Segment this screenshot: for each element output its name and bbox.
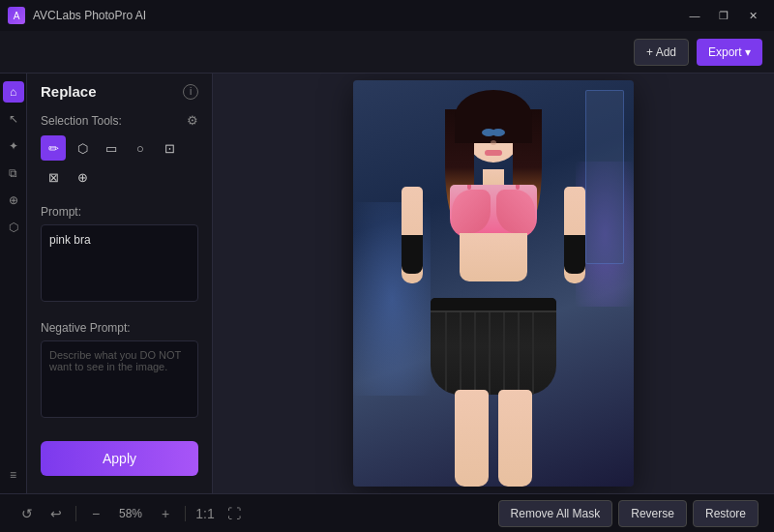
close-button[interactable]: ✕ [739,6,766,25]
zoom-in-button[interactable]: + [154,502,177,525]
rect-tool-button[interactable]: ▭ [99,135,124,161]
canvas-area[interactable] [213,74,774,493]
apply-button[interactable]: Apply [41,441,198,476]
brush-tool-button[interactable]: ✏ [41,135,66,161]
bottom-toolbar: ↺ ↩ − 58% + 1:1 ⛶ Remove All Mask Revers… [0,493,774,532]
minimize-button[interactable]: — [681,6,708,25]
segment-tool-button[interactable]: ⊠ [41,164,66,190]
undo-button[interactable]: ↩ [45,502,68,525]
remove-all-mask-button[interactable]: Remove All Mask [498,500,613,527]
icon-bar: ⌂ ↖ ✦ ⧉ ⊕ ⬡ ≡ [0,74,27,493]
prompt-section: Prompt: pink bra [27,197,212,313]
export-button[interactable]: Export ▾ [697,39,762,66]
fit-button[interactable]: 1:1 [194,502,217,525]
sidebar-item-paint[interactable]: ⬡ [3,217,24,238]
smart-select-button[interactable]: ⊡ [157,135,182,161]
restore-button[interactable]: ❐ [710,6,737,25]
zoom-level-display: 58% [113,507,148,520]
lasso-tool-button[interactable]: ⬡ [70,135,95,161]
sidebar-item-adjust[interactable]: ⊕ [3,190,24,211]
reset-view-button[interactable]: ↺ [15,502,39,525]
titlebar-left: A AVCLabs PhotoPro AI [8,7,146,24]
side-panel: Replace i Selection Tools: ⚙ ✏ ⬡ ▭ ○ ⊡ ⊠… [27,74,213,493]
restore-button[interactable]: Restore [693,500,759,527]
mask-controls: Remove All Mask Reverse Restore [498,500,759,527]
sidebar-item-star[interactable]: ✦ [3,135,24,157]
sidebar-item-layers[interactable]: ⧉ [3,163,24,184]
selection-tools-label: Selection Tools: ⚙ [27,105,212,132]
zoom-out-button[interactable]: − [84,502,107,525]
titlebar: A AVCLabs PhotoPro AI — ❐ ✕ [0,0,774,31]
tools-row: ✏ ⬡ ▭ ○ ⊡ ⊠ ⊕ [27,132,212,197]
zoom-controls: ↺ ↩ − 58% + 1:1 ⛶ [15,502,246,525]
header-toolbar: + Add Export ▾ [0,31,774,74]
panel-title: Replace [41,83,97,100]
prompt-input[interactable]: pink bra [41,224,198,302]
info-icon[interactable]: i [183,84,198,100]
titlebar-controls: — ❐ ✕ [681,6,766,25]
sidebar-item-menu[interactable]: ≡ [3,464,24,486]
character [387,80,600,487]
circle-tool-button[interactable]: ○ [128,135,153,161]
app-title: AVCLabs PhotoPro AI [33,9,146,22]
neg-prompt-section: Negative Prompt: [27,313,212,429]
neg-prompt-input[interactable] [41,340,198,418]
fullscreen-button[interactable]: ⛶ [223,502,246,525]
gear-icon[interactable]: ⚙ [187,113,198,128]
app-icon: A [8,7,25,24]
panel-header: Replace i [27,74,212,105]
main-layout: ⌂ ↖ ✦ ⧉ ⊕ ⬡ ≡ Replace i Selection Tools:… [0,74,774,493]
sidebar-item-cursor[interactable]: ↖ [3,108,24,130]
ai-image [353,80,634,487]
add-selection-button[interactable]: ⊕ [70,164,95,190]
image-container [353,80,634,487]
prompt-label: Prompt: [41,205,198,219]
reverse-button[interactable]: Reverse [618,500,687,527]
neg-prompt-label: Negative Prompt: [41,321,198,335]
sidebar-item-home[interactable]: ⌂ [3,81,24,103]
add-button[interactable]: + Add [634,39,689,66]
